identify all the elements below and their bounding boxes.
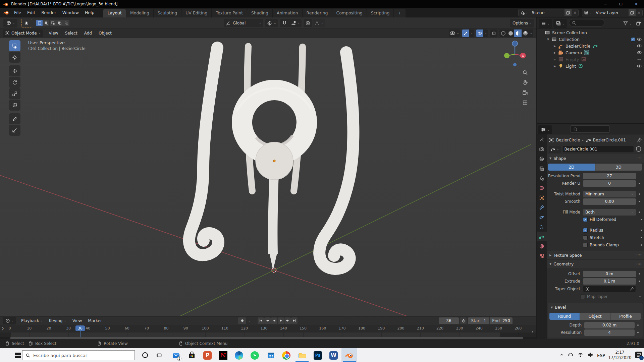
outliner-row-beziercircle[interactable]: ▶BezierCircle — [537, 43, 644, 49]
proportional-falloff-dropdown[interactable]: ⌄ — [313, 19, 325, 27]
auto-keyframe-toggle[interactable] — [238, 317, 246, 324]
properties-tab-world[interactable] — [537, 183, 547, 193]
jump-to-end-button[interactable] — [291, 317, 298, 324]
animate-dot[interactable] — [641, 230, 642, 231]
menu-edit[interactable]: Edit — [24, 10, 38, 15]
eye-open-icon[interactable] — [637, 37, 642, 42]
checkbox-bounds-clamp[interactable] — [583, 243, 588, 247]
clock[interactable]: 2:17 17/12/2020 — [608, 350, 632, 360]
shading-rendered-button[interactable] — [522, 29, 529, 37]
mode-dropdown[interactable]: Object Mode ⌄ — [3, 29, 43, 37]
tab-animation[interactable]: Animation — [273, 9, 302, 17]
pin-icon[interactable] — [637, 137, 642, 143]
bevel-resolution-field[interactable]: 4 — [584, 329, 635, 336]
taskbar-edge[interactable] — [231, 348, 247, 362]
tool-select-box[interactable] — [9, 40, 20, 51]
animate-dot[interactable] — [639, 193, 640, 195]
tab-sculpting[interactable]: Sculpting — [154, 9, 181, 17]
expand-channels-icon[interactable]: ❯ — [1, 326, 4, 330]
animate-dot[interactable] — [637, 332, 639, 333]
scene-selector[interactable]: ⌄ Scene ✕ — [518, 9, 579, 16]
menu-window[interactable]: Window — [59, 10, 82, 15]
properties-tab-render[interactable] — [537, 144, 547, 154]
checkbox-fill-deformed[interactable]: ✓ — [583, 217, 588, 222]
snap-toggle[interactable] — [280, 19, 289, 27]
viewport-menu-select[interactable]: Select — [62, 31, 81, 36]
eye-closed-icon[interactable] — [637, 57, 642, 62]
properties-tab-physics[interactable] — [537, 212, 547, 222]
timeline-menu-playback[interactable]: Playback⌄ — [18, 318, 46, 323]
section-shape[interactable]: ▼ Shape ∷∷ — [547, 154, 644, 163]
taskbar-word[interactable]: W — [326, 348, 341, 362]
properties-tab-modifiers[interactable] — [537, 202, 547, 212]
properties-tab-tool[interactable] — [537, 134, 547, 144]
view-layer-name[interactable]: View Layer — [594, 10, 629, 15]
xray-toggle[interactable] — [490, 29, 497, 37]
tab-scripting[interactable]: Scripting — [367, 9, 394, 17]
scene-icon[interactable]: ⌄ — [519, 9, 530, 16]
outliner-row-camera[interactable]: ▶Camera — [537, 49, 644, 56]
timeline-menu-marker[interactable]: Marker — [85, 318, 105, 323]
taskbar-photoshop[interactable]: Ps — [310, 348, 326, 362]
animate-dot[interactable] — [639, 183, 640, 184]
proportional-editing-toggle[interactable] — [304, 19, 312, 27]
mode-3d-button[interactable]: 3D — [595, 164, 642, 171]
options-button[interactable]: Options⌄ — [510, 19, 534, 27]
language-indicator[interactable]: ESP — [597, 353, 605, 358]
onedrive-cloud-icon[interactable] — [568, 352, 574, 359]
animate-dot[interactable] — [641, 219, 642, 220]
outliner-editor-type-button[interactable]: ⌄ — [539, 19, 552, 28]
remove-view-layer-icon[interactable]: ✕ — [636, 10, 642, 15]
camera-view-icon[interactable] — [522, 90, 528, 96]
play-reverse-button[interactable] — [271, 317, 277, 324]
tab-uv-editing[interactable]: UV Editing — [181, 9, 211, 17]
disclosure-right-icon[interactable]: ▶ — [553, 45, 557, 48]
shading-dropdown[interactable]: ⌄ — [529, 29, 533, 37]
start-button[interactable] — [13, 351, 22, 360]
tab-compositing[interactable]: Compositing — [332, 9, 366, 17]
frame-end-field[interactable]: End250 — [490, 317, 513, 324]
offset-field[interactable]: 0 m — [583, 271, 636, 277]
taskbar-powerpoint[interactable]: P — [200, 348, 215, 362]
gizmo-toggle[interactable] — [462, 29, 469, 37]
bevel-depth-field[interactable]: 0.02 m — [584, 322, 635, 328]
collection-checkbox[interactable]: ✓ — [631, 37, 635, 42]
keying-set-dropdown[interactable]: ⌄ — [247, 317, 252, 324]
snap-target-dropdown[interactable]: ⌄ — [289, 19, 302, 27]
hidden-icons-chevron[interactable] — [559, 353, 564, 358]
taskbar-store[interactable] — [184, 348, 200, 362]
active-tool-button[interactable] — [21, 19, 32, 27]
properties-tab-output[interactable] — [537, 154, 547, 164]
select-mode-intersect[interactable] — [63, 20, 69, 26]
previous-keyframe-button[interactable] — [264, 317, 271, 324]
breadcrumb-object[interactable]: BezierCircle — [556, 138, 580, 142]
blender-menu-icon[interactable] — [3, 10, 9, 15]
animate-dot[interactable] — [639, 201, 640, 202]
minimize-button[interactable]: ─ — [598, 0, 613, 8]
task-view-icon[interactable] — [156, 352, 162, 359]
viewport-menu-object[interactable]: Object — [95, 31, 115, 36]
volume-icon[interactable] — [587, 352, 593, 359]
visibility-dropdown[interactable]: ⌄ — [449, 29, 460, 37]
outliner-filter-button[interactable]: ⌄ — [621, 19, 634, 28]
select-mode-extend[interactable] — [43, 20, 49, 26]
animate-dot[interactable] — [641, 237, 642, 238]
outliner-row-empty[interactable]: ▶Empty — [537, 56, 644, 63]
viewport-menu-add[interactable]: Add — [81, 31, 95, 36]
tool-cursor[interactable] — [9, 52, 20, 63]
select-mode-new[interactable] — [36, 20, 43, 26]
tool-move[interactable] — [9, 65, 20, 76]
data-type-dropdown[interactable]: ⌄ — [549, 146, 561, 153]
taskbar-explorer[interactable] — [294, 348, 310, 362]
outliner-row-scene-collection[interactable]: Scene Collection — [537, 29, 644, 36]
eye-open-icon[interactable] — [637, 63, 642, 69]
properties-tab-particles[interactable] — [537, 222, 547, 232]
checkbox-stretch[interactable] — [583, 235, 588, 240]
taskbar-blender[interactable] — [341, 348, 357, 362]
pan-hand-icon[interactable] — [522, 80, 528, 85]
properties-editor-type-button[interactable]: ⌄ — [538, 125, 552, 134]
tool-annotate[interactable] — [9, 113, 20, 124]
tab-rendering[interactable]: Rendering — [303, 9, 332, 17]
bevel-profile-button[interactable]: Profile — [610, 313, 641, 320]
properties-tab-object[interactable] — [537, 193, 547, 202]
